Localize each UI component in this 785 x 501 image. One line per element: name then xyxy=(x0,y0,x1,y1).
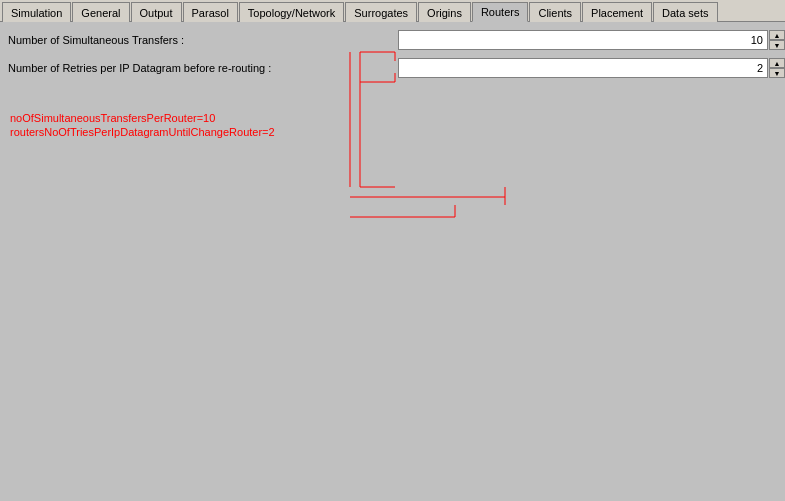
tab-clients[interactable]: Clients xyxy=(529,2,581,22)
simultaneous-transfers-increment[interactable]: ▲ xyxy=(769,30,785,40)
annotation-text: noOfSimultaneousTransfersPerRouter=10 ro… xyxy=(10,112,275,140)
simultaneous-transfers-decrement[interactable]: ▼ xyxy=(769,40,785,50)
retries-per-ip-decrement[interactable]: ▼ xyxy=(769,68,785,78)
tab-simulation[interactable]: Simulation xyxy=(2,2,71,22)
simultaneous-transfers-label: Number of Simultaneous Transfers : xyxy=(8,34,398,46)
retries-per-ip-input[interactable] xyxy=(398,58,768,78)
retries-per-ip-increment[interactable]: ▲ xyxy=(769,58,785,68)
tab-surrogates[interactable]: Surrogates xyxy=(345,2,417,22)
content-area: Number of Simultaneous Transfers : ▲ ▼ N… xyxy=(0,22,785,501)
tab-routers[interactable]: Routers xyxy=(472,2,529,22)
tab-data-sets[interactable]: Data sets xyxy=(653,2,717,22)
retries-per-ip-input-container: ▲ ▼ xyxy=(398,58,785,78)
simultaneous-transfers-row: Number of Simultaneous Transfers : ▲ ▼ xyxy=(8,30,777,50)
annotation-line-1: noOfSimultaneousTransfersPerRouter=10 xyxy=(10,112,275,124)
tab-placement[interactable]: Placement xyxy=(582,2,652,22)
tab-bar: Simulation General Output Parasol Topolo… xyxy=(0,0,785,22)
simultaneous-transfers-spinner: ▲ ▼ xyxy=(769,30,785,50)
retries-per-ip-row: Number of Retries per IP Datagram before… xyxy=(8,58,777,78)
simultaneous-transfers-input-container: ▲ ▼ xyxy=(398,30,785,50)
simultaneous-transfers-input[interactable] xyxy=(398,30,768,50)
retries-per-ip-spinner: ▲ ▼ xyxy=(769,58,785,78)
tab-parasol[interactable]: Parasol xyxy=(183,2,238,22)
retries-per-ip-label: Number of Retries per IP Datagram before… xyxy=(8,62,398,74)
tab-general[interactable]: General xyxy=(72,2,129,22)
tab-output[interactable]: Output xyxy=(131,2,182,22)
annotation-line-2: routersNoOfTriesPerIpDatagramUntilChange… xyxy=(10,126,275,138)
tab-origins[interactable]: Origins xyxy=(418,2,471,22)
tab-topology-network[interactable]: Topology/Network xyxy=(239,2,344,22)
